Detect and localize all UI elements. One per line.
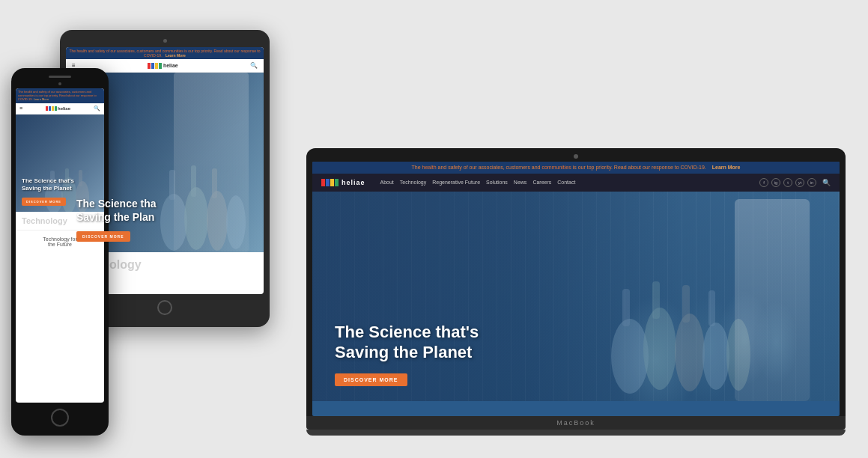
phone-logo-blue bbox=[49, 106, 51, 111]
logo-block-red bbox=[321, 179, 325, 186]
logo-block-yellow bbox=[330, 179, 334, 186]
tablet-discover-btn[interactable]: DISCOVER MORE bbox=[76, 231, 130, 242]
laptop-hero-title: The Science that's Saving the Planet bbox=[335, 322, 817, 363]
logo-block-blue bbox=[326, 179, 330, 186]
phone-logo-text: heliae bbox=[58, 106, 70, 111]
nav-link-contact[interactable]: Contact bbox=[557, 180, 575, 185]
laptop-screen: The health and safety of our associates,… bbox=[312, 162, 840, 416]
social-instagram[interactable]: ig bbox=[771, 178, 780, 187]
phone-device: The health and safety of our associates,… bbox=[11, 68, 109, 436]
svg-rect-8 bbox=[708, 290, 715, 326]
phone-logo-blocks bbox=[46, 106, 57, 111]
laptop-logo-blocks bbox=[321, 179, 339, 186]
phone-logo-green bbox=[55, 106, 57, 111]
hero-person-overlay bbox=[735, 199, 810, 401]
nav-link-careers[interactable]: Careers bbox=[532, 180, 551, 185]
tablet-alert-bar: The health and safety of our associates,… bbox=[66, 47, 264, 59]
svg-rect-7 bbox=[682, 285, 690, 323]
phone-alert-bar: The health and safety of our associates,… bbox=[16, 88, 104, 103]
laptop-hero: The Science that's Saving the Planet DIS… bbox=[312, 192, 840, 401]
phone-frame: The health and safety of our associates,… bbox=[11, 68, 109, 436]
phone-discover-btn[interactable]: DISCOVER MORE bbox=[22, 198, 66, 206]
tablet-logo-text: heliae bbox=[163, 63, 178, 68]
social-facebook[interactable]: f bbox=[759, 178, 768, 187]
svg-rect-5 bbox=[622, 289, 630, 326]
social-youtube[interactable]: yt bbox=[795, 178, 804, 187]
laptop-nav-socials: f ig t yt in 🔍 bbox=[759, 178, 831, 187]
laptop-foot bbox=[306, 430, 846, 436]
phone-nav: ≡ heliae 🔍 bbox=[16, 103, 104, 114]
tablet-logo-green bbox=[159, 63, 162, 69]
tablet-logo-blocks bbox=[148, 63, 162, 69]
nav-link-about[interactable]: About bbox=[380, 180, 394, 185]
svg-rect-6 bbox=[652, 281, 660, 319]
tablet-logo-yellow bbox=[155, 63, 158, 69]
tablet-logo-blue bbox=[151, 63, 154, 69]
tablet-logo: heliae bbox=[148, 63, 178, 69]
phone-menu-icon[interactable]: ≡ bbox=[19, 106, 22, 111]
laptop-alert-bar: The health and safety of our associates,… bbox=[312, 162, 840, 174]
tablet-hero-title: The Science tha Saving the Plan bbox=[76, 197, 253, 224]
phone-search-icon[interactable]: 🔍 bbox=[94, 106, 100, 112]
nav-link-regenerative[interactable]: Regenerative Future bbox=[432, 180, 480, 185]
tablet-home-button[interactable] bbox=[157, 300, 172, 315]
tablet-logo-red bbox=[148, 63, 151, 69]
tablet-learn-more[interactable]: Learn More bbox=[166, 53, 186, 58]
tablet-search-icon[interactable]: 🔍 bbox=[250, 62, 258, 69]
phone-hero-title: The Science that's Saving the Planet bbox=[22, 177, 98, 193]
laptop-brand-label: MacBook bbox=[556, 419, 595, 427]
phone-camera bbox=[58, 82, 61, 85]
laptop-learn-more[interactable]: Learn More bbox=[712, 165, 741, 170]
search-icon[interactable]: 🔍 bbox=[822, 179, 831, 186]
phone-logo: heliae bbox=[46, 106, 70, 111]
phone-home-button[interactable] bbox=[51, 409, 69, 427]
phone-alert-text: The health and safety of our associates,… bbox=[18, 90, 97, 101]
nav-link-solutions[interactable]: Solutions bbox=[486, 180, 508, 185]
logo-block-green bbox=[335, 179, 339, 186]
tablet-person-overlay bbox=[174, 73, 249, 252]
nav-link-news[interactable]: News bbox=[514, 180, 527, 185]
tablet-camera bbox=[163, 39, 167, 43]
phone-logo-red bbox=[46, 106, 48, 111]
laptop-screen-wrapper: The health and safety of our associates,… bbox=[306, 148, 846, 416]
social-linkedin[interactable]: in bbox=[807, 178, 816, 187]
laptop-base: MacBook bbox=[306, 416, 846, 430]
laptop-camera bbox=[574, 154, 578, 159]
laptop-nav-links: About Technology Regenerative Future Sol… bbox=[380, 180, 576, 185]
laptop-nav-logo: heliae bbox=[321, 179, 365, 186]
laptop-device: The health and safety of our associates,… bbox=[306, 148, 846, 436]
social-twitter[interactable]: t bbox=[783, 178, 792, 187]
laptop-logo-text: heliae bbox=[342, 179, 365, 186]
laptop-nav: heliae About Technology Regenerative Fut… bbox=[312, 174, 840, 192]
phone-screen: The health and safety of our associates,… bbox=[16, 88, 104, 403]
phone-speaker bbox=[49, 76, 71, 78]
tablet-alert-text: The health and safety of our associates,… bbox=[69, 49, 260, 58]
nav-link-technology[interactable]: Technology bbox=[400, 180, 426, 185]
laptop-discover-btn[interactable]: DISCOVER MORE bbox=[335, 373, 407, 386]
laptop-alert-text: The health and safety of our associates,… bbox=[412, 165, 706, 170]
phone-logo-yellow bbox=[52, 106, 54, 111]
scene: The health and safety of our associates,… bbox=[0, 0, 868, 458]
